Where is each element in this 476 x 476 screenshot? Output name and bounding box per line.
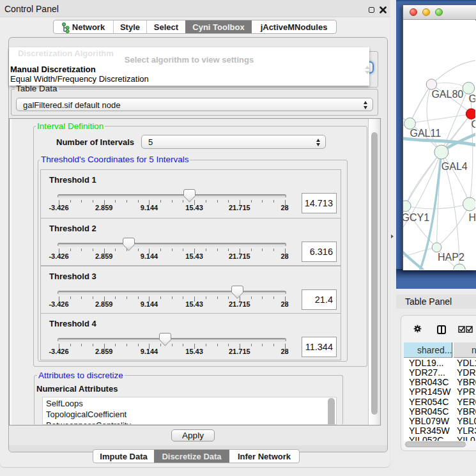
svg-text:HAP2: HAP2 xyxy=(438,252,464,263)
svg-text:GCY1: GCY1 xyxy=(403,212,429,223)
svg-text:C: C xyxy=(472,119,476,130)
svg-text:GAL4: GAL4 xyxy=(441,161,468,172)
svg-text:HI: HI xyxy=(469,212,476,223)
svg-text:GAL80: GAL80 xyxy=(431,89,463,100)
svg-text:GA: GA xyxy=(468,93,475,104)
svg-text:GAL11: GAL11 xyxy=(410,128,441,139)
